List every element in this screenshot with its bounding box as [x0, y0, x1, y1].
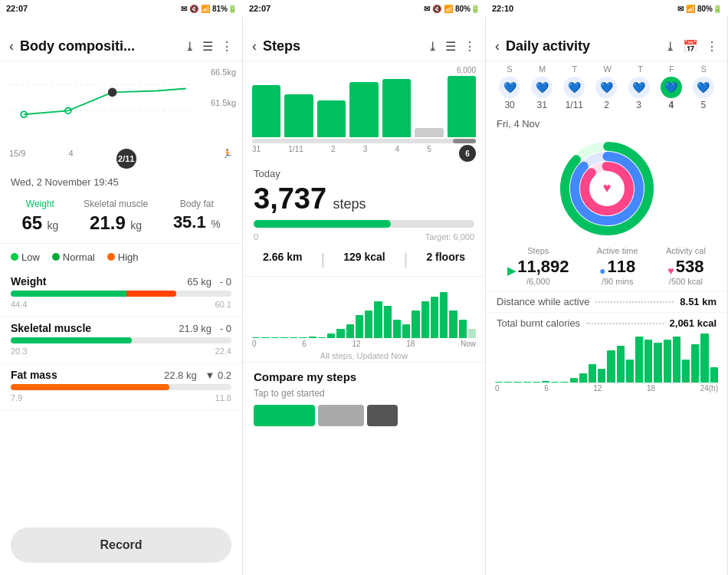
p3-active-label: Active time	[597, 246, 638, 255]
p2-bar-5	[415, 128, 443, 137]
p2-share-icon[interactable]: ⤓	[428, 39, 438, 54]
status-time-3: 22:10	[492, 4, 513, 13]
p2-bar-2	[317, 100, 346, 137]
p3-calories-row: Total burnt calories 2,061 kcal	[486, 312, 727, 334]
p3-ring-area: ♥	[486, 133, 727, 242]
p3-heart-4: 💙	[661, 77, 682, 98]
p3-cal-5[interactable]: 💙 5	[693, 77, 714, 110]
status-time-1: 22:07	[6, 4, 28, 13]
p1-skeletal-bar-min: 20.3	[11, 347, 27, 356]
p1-chart-icon[interactable]: ☰	[202, 39, 213, 54]
p3-stat-cal: Activity cal ♥ 538 /500 kcal	[666, 246, 706, 286]
p3-cal-2[interactable]: 💙 2	[595, 77, 617, 110]
p1-legend: Low Normal High	[0, 244, 242, 271]
p1-fat-bar-title: Fat mass	[11, 369, 57, 381]
p2-stat-sep-2: |	[404, 251, 408, 268]
p3-heart-3: 💙	[628, 77, 650, 98]
p2-x-3: 3	[363, 145, 368, 162]
p1-title: Body compositi...	[20, 38, 177, 54]
p2-hour-18: 18	[406, 340, 415, 348]
p2-hour-now: Now	[461, 340, 476, 348]
p1-chart-svg	[9, 69, 201, 130]
p3-more-icon[interactable]: ⋮	[706, 39, 718, 54]
p3-cal-31[interactable]: 💙 31	[531, 77, 553, 110]
p1-chart-y-mid: 61.5kg	[211, 98, 236, 107]
p3-title: Daily activity	[506, 38, 657, 54]
p2-progress-labels: 0 Target: 6,000	[243, 231, 485, 243]
p3-cal-sub: /500 kcal	[666, 277, 706, 286]
p2-progress-bar	[254, 220, 474, 228]
svg-text:♥: ♥	[602, 180, 611, 196]
p2-back-icon[interactable]: ‹	[252, 38, 257, 54]
p3-cal-4[interactable]: 💙 4	[661, 77, 682, 110]
p2-hourly-labels: 0 6 12 18 Now	[243, 338, 485, 350]
p1-date-1: 15/9	[9, 149, 25, 169]
p1-weight-bar-value: 65 kg - 0	[187, 276, 231, 288]
p2-x-4: 4	[395, 145, 399, 162]
p3-cal-icon: ♥	[667, 264, 674, 277]
p2-hour-0: 0	[252, 340, 257, 348]
p1-fat-unit: %	[211, 218, 220, 230]
p2-stats-row: 2.66 km | 129 kcal | 2 floors	[243, 243, 485, 277]
p2-hourly-chart	[243, 277, 485, 338]
p3-x-24: 24(h)	[700, 384, 718, 393]
p1-back-icon[interactable]: ‹	[9, 38, 14, 54]
p1-weight-label: Weight	[21, 199, 58, 209]
p3-active-sub: /90 mins	[597, 277, 638, 286]
p2-steps-unit: steps	[333, 196, 366, 212]
p1-skeletal-bar-title: Skeletal muscle	[11, 322, 91, 334]
p1-weight-bar-title: Weight	[11, 275, 46, 288]
p3-date-label: Fri, 4 Nov	[486, 115, 727, 133]
p2-bar-1	[284, 94, 313, 137]
p3-calendar-icon[interactable]: 📅	[683, 39, 698, 54]
p2-x-0: 31	[252, 145, 261, 162]
p1-record-button[interactable]: Record	[11, 527, 231, 563]
p1-share-icon[interactable]: ⤓	[185, 39, 195, 54]
p2-compare-bar-1	[318, 405, 364, 426]
p1-fat-metric: Body fat 35.1 %	[173, 199, 221, 234]
p2-compare-bars	[243, 400, 485, 431]
p3-cal-value: 538	[676, 257, 704, 277]
p3-calories-label: Total burnt calories	[497, 317, 580, 329]
p3-cal-3[interactable]: 💙 3	[628, 77, 650, 110]
p2-compare-sub: Tap to get started	[243, 386, 485, 400]
p1-fat-value: 35.1	[173, 212, 206, 232]
p3-x-12: 12	[593, 384, 602, 393]
p2-header: ‹ Steps ⤓ ☰ ⋮	[243, 17, 485, 61]
p2-x-labels: 31 1/11 2 3 4 5 6	[243, 143, 485, 163]
p3-cal-label: Activity cal	[666, 246, 706, 255]
p1-weight-bar-min: 44.4	[11, 300, 27, 309]
p2-chart-icon[interactable]: ☰	[445, 39, 456, 54]
p2-title: Steps	[263, 38, 420, 54]
p2-today-label: Today	[243, 163, 485, 181]
p2-steps-display: 3,737 steps	[243, 181, 485, 217]
p1-fat-bar-min: 7.9	[11, 393, 22, 402]
p3-steps-label: Steps	[507, 246, 569, 255]
p1-date-selected[interactable]: 2/11	[116, 149, 136, 169]
p2-progress-max: Target: 6,000	[425, 232, 474, 242]
p2-bar-4	[382, 79, 411, 137]
p3-cal-day-s2: S	[700, 64, 706, 74]
p2-floors-value: 2 floors	[426, 251, 465, 263]
p1-legend-high: High	[107, 251, 139, 263]
p3-stats-row: Steps ▶ 11,892 /6,000 Active time ● 118 …	[486, 242, 727, 291]
p3-calendar: S M T W T F S 💙 30 💙 31 💙 1/11 💙 2	[486, 61, 727, 115]
p1-fat-bar-section: Fat mass 22.8 kg ▼ 0.2 7.9 11.8	[0, 364, 242, 411]
p3-cal-1[interactable]: 💙 1/11	[563, 77, 585, 110]
p1-date-2: 4	[69, 149, 74, 169]
status-icons-1: ✉🔇📶81%🔋	[181, 5, 237, 13]
p1-legend-normal: Normal	[52, 251, 95, 263]
p1-weight-bar-max: 60.1	[215, 300, 231, 309]
p2-stat-kcal: 129 kcal	[343, 251, 385, 268]
p1-more-icon[interactable]: ⋮	[221, 39, 233, 54]
p1-timestamp: Wed, 2 November 19:45	[0, 169, 242, 192]
p2-x-1: 1/11	[288, 145, 303, 162]
p3-back-icon[interactable]: ‹	[495, 38, 500, 54]
p3-cal-30[interactable]: 💙 30	[499, 77, 520, 110]
p1-weight-bar-section: Weight 65 kg - 0 44.4 60.1	[0, 271, 242, 317]
p3-share-icon[interactable]: ⤓	[665, 39, 675, 54]
p2-more-icon[interactable]: ⋮	[464, 39, 476, 54]
p3-cal-week-header: S M T W T F S	[494, 64, 720, 74]
p1-header: ‹ Body compositi... ⤓ ☰ ⋮	[0, 17, 242, 61]
p2-kcal-value: 129 kcal	[343, 251, 385, 263]
